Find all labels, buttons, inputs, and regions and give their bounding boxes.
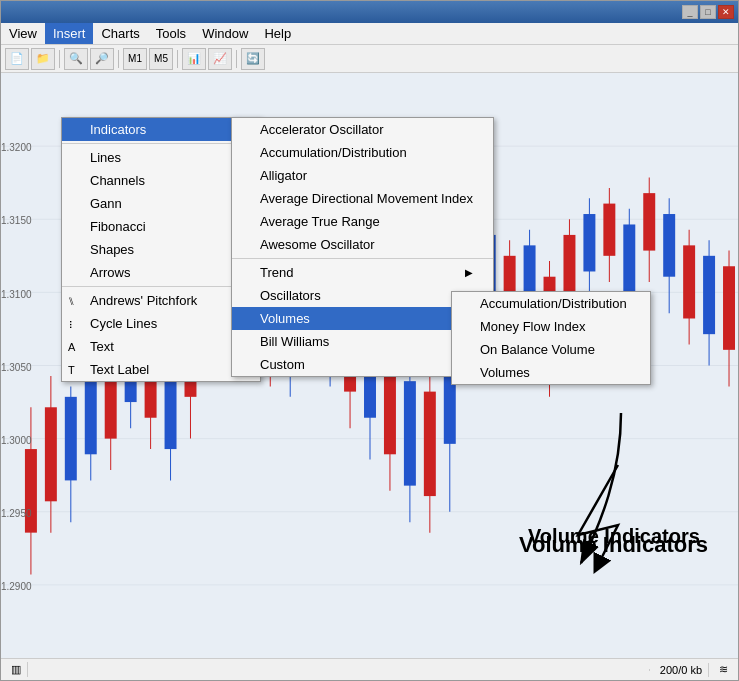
svg-rect-69 (623, 224, 635, 292)
close-button[interactable]: ✕ (718, 5, 734, 19)
maximize-button[interactable]: □ (700, 5, 716, 19)
zoom-out-button[interactable]: 🔎 (90, 48, 114, 70)
adx-label: Average Directional Movement Index (260, 191, 473, 206)
indicators-label: Indicators (90, 122, 146, 137)
pitchfork-icon: ⑊ (68, 295, 75, 307)
vol-moneyflow-label: Money Flow Index (480, 319, 586, 334)
svg-text:1.3050: 1.3050 (1, 362, 32, 373)
title-bar: _ □ ✕ (1, 1, 738, 23)
svg-rect-11 (45, 407, 57, 501)
channels-label: Channels (90, 173, 145, 188)
trend-arrow: ▶ (465, 267, 473, 278)
vol-onbalance-item[interactable]: On Balance Volume (452, 338, 650, 361)
shapes-label: Shapes (90, 242, 134, 257)
vol-onbalance-label: On Balance Volume (480, 342, 595, 357)
indicators-button[interactable]: 📈 (208, 48, 232, 70)
text-icon: A (68, 341, 75, 353)
new-chart-button[interactable]: 📄 (5, 48, 29, 70)
volumes-submenu: Accumulation/Distribution Money Flow Ind… (451, 291, 651, 385)
menubar: View Insert Charts Tools Window Help (1, 23, 738, 45)
period-button-2[interactable]: M5 (149, 48, 173, 70)
arrows-label: Arrows (90, 265, 130, 280)
svg-rect-9 (25, 449, 37, 533)
textlabel-icon: T (68, 364, 75, 376)
refresh-button[interactable]: 🔄 (241, 48, 265, 70)
svg-rect-13 (65, 397, 77, 481)
open-button[interactable]: 📁 (31, 48, 55, 70)
svg-text:1.2900: 1.2900 (1, 581, 32, 592)
toolbar-sep-4 (236, 50, 237, 68)
svg-rect-47 (404, 381, 416, 485)
main-content: 1.3200 1.3150 1.3100 1.3050 1.3000 1.295… (1, 73, 738, 658)
pitchfork-label: Andrews' Pitchfork (90, 293, 197, 308)
vol-volumes-label: Volumes (480, 365, 530, 380)
toolbar-sep-2 (118, 50, 119, 68)
svg-rect-63 (563, 235, 575, 292)
main-window: _ □ ✕ View Insert Charts Tools Window He… (0, 0, 739, 681)
volumes-label: Volumes (260, 311, 310, 326)
svg-text:1.3150: 1.3150 (1, 215, 32, 226)
ind-accelerator-item[interactable]: Accelerator Oscillator (232, 118, 493, 141)
status-scroll-icon: ≋ (713, 662, 734, 677)
svg-rect-49 (424, 392, 436, 496)
svg-rect-75 (683, 245, 695, 318)
ind-accumulation-item[interactable]: Accumulation/Distribution (232, 141, 493, 164)
menu-window[interactable]: Window (194, 23, 256, 44)
volume-indicators-annotation-container: Volume Indicators (519, 532, 708, 558)
accumulation-label: Accumulation/Distribution (260, 145, 407, 160)
svg-rect-65 (583, 214, 595, 271)
trend-label: Trend (260, 265, 293, 280)
menu-view[interactable]: View (1, 23, 45, 44)
menu-insert[interactable]: Insert (45, 23, 94, 44)
textlabel-label: Text Label (90, 362, 149, 377)
svg-rect-15 (85, 381, 97, 454)
annotation-volume-indicators: Volume Indicators (518, 455, 718, 578)
title-bar-buttons: _ □ ✕ (682, 5, 734, 19)
ind-alligator-item[interactable]: Alligator (232, 164, 493, 187)
menu-charts[interactable]: Charts (93, 23, 147, 44)
ind-adx-item[interactable]: Average Directional Movement Index (232, 187, 493, 210)
period-button-1[interactable]: M1 (123, 48, 147, 70)
statusbar: ▥ 200/0 kb ≋ (1, 658, 738, 680)
svg-text:1.3100: 1.3100 (1, 288, 32, 299)
zoom-in-button[interactable]: 🔍 (64, 48, 88, 70)
svg-rect-73 (663, 214, 675, 277)
atr-label: Average True Range (260, 214, 380, 229)
menu-tools[interactable]: Tools (148, 23, 194, 44)
lines-label: Lines (90, 150, 121, 165)
status-spacer (32, 669, 650, 671)
fibonacci-label: Fibonacci (90, 219, 146, 234)
minimize-button[interactable]: _ (682, 5, 698, 19)
svg-rect-79 (723, 266, 735, 350)
ind-atr-item[interactable]: Average True Range (232, 210, 493, 233)
svg-rect-71 (643, 193, 655, 250)
toolbar: 📄 📁 🔍 🔎 M1 M5 📊 📈 🔄 (1, 45, 738, 73)
cyclelines-icon: ⫶ (68, 318, 74, 330)
svg-rect-77 (703, 256, 715, 334)
toolbar-sep-1 (59, 50, 60, 68)
ind-trend-item[interactable]: Trend ▶ (232, 261, 493, 284)
cyclelines-label: Cycle Lines (90, 316, 157, 331)
ind-awesome-item[interactable]: Awesome Oscillator (232, 233, 493, 256)
svg-rect-67 (603, 204, 615, 256)
vol-accumulation-item[interactable]: Accumulation/Distribution (452, 292, 650, 315)
volume-indicators-text: Volume Indicators (519, 532, 708, 558)
menu-help[interactable]: Help (256, 23, 299, 44)
status-zoom-icon: ▥ (5, 662, 28, 677)
vol-moneyflow-item[interactable]: Money Flow Index (452, 315, 650, 338)
accelerator-label: Accelerator Oscillator (260, 122, 384, 137)
chart-type-button[interactable]: 📊 (182, 48, 206, 70)
oscillators-label: Oscillators (260, 288, 321, 303)
billwilliams-label: Bill Williams (260, 334, 329, 349)
ind-sep-1 (232, 258, 493, 259)
alligator-label: Alligator (260, 168, 307, 183)
toolbar-sep-3 (177, 50, 178, 68)
text-label: Text (90, 339, 114, 354)
vol-accumulation-label: Accumulation/Distribution (480, 296, 627, 311)
svg-rect-23 (165, 381, 177, 449)
svg-text:1.2950: 1.2950 (1, 508, 32, 519)
vol-volumes-item[interactable]: Volumes (452, 361, 650, 384)
custom-label: Custom (260, 357, 305, 372)
status-info: 200/0 kb (654, 663, 709, 677)
svg-text:1.3000: 1.3000 (1, 435, 32, 446)
